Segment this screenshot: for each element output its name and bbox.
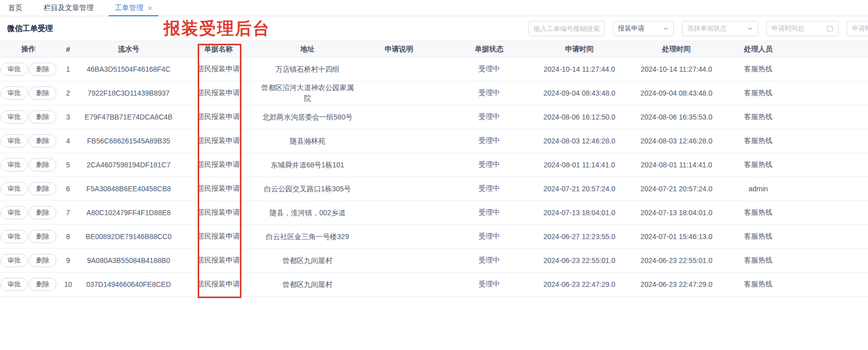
- approve-button[interactable]: 审批: [1, 86, 28, 100]
- app-root: 首页 栏目及文章管理 工单管理 × 微信工单受理 报装申请 选择单据状态 申请时…: [0, 0, 868, 350]
- approve-button[interactable]: 审批: [1, 134, 28, 148]
- toolbar: 微信工单受理 报装申请 选择单据状态 申请时间起 申请时间止: [0, 16, 868, 41]
- calendar-icon: [826, 25, 833, 32]
- approve-button[interactable]: 审批: [1, 158, 28, 171]
- spacer-cell: [786, 129, 868, 153]
- doc-name: 居民报装申请: [178, 57, 259, 81]
- row-index: 8: [57, 225, 79, 249]
- tab-articles-label: 栏目及文章管理: [44, 4, 94, 13]
- serial-number: E79F47BB71E74DCA8C4B: [79, 105, 178, 129]
- col-header-status: 单据状态: [442, 41, 536, 57]
- delete-button[interactable]: 删除: [29, 278, 56, 291]
- apply-time: 2024-07-21 20:57:24.0: [536, 177, 623, 201]
- status: 受理中: [442, 153, 536, 177]
- approve-button[interactable]: 审批: [1, 206, 28, 219]
- address: 白云社区金三角一号楼329: [266, 231, 349, 242]
- tab-articles-management[interactable]: 栏目及文章管理: [38, 0, 100, 16]
- table-header-row: 操作 # 流水号 单据名称 地址 申请说明 单据状态 申请时间 处理时间 处理人…: [0, 41, 868, 57]
- delete-button[interactable]: 删除: [29, 182, 56, 195]
- table-row: 审批删除 3 E79F47BB71E74DCA8C4B 居民报装申请 北郊两水沟…: [0, 105, 868, 129]
- spacer-cell: [786, 249, 868, 273]
- col-header-description: 申请说明: [356, 41, 442, 57]
- delete-button[interactable]: 删除: [29, 230, 56, 243]
- delete-button[interactable]: 删除: [29, 254, 56, 267]
- row-index: 2: [57, 81, 79, 105]
- order-type-select[interactable]: 报装申请: [613, 21, 674, 36]
- serial-number: 2CA4607598194DF181C7: [79, 153, 178, 177]
- status: 受理中: [442, 129, 536, 153]
- description: [356, 201, 442, 225]
- doc-name: 居民报装申请: [178, 81, 259, 105]
- spacer-cell: [786, 201, 868, 225]
- approve-button[interactable]: 审批: [1, 110, 28, 124]
- handle-time: 2024-08-06 16:35:53.0: [623, 105, 730, 129]
- delete-button[interactable]: 删除: [29, 63, 56, 76]
- address-cell: 万店镇石桥村十四组: [259, 57, 356, 81]
- table-row: 审批删除 9 9A080A3B55084B4188B0 居民报装申请 曾都区九间…: [0, 249, 868, 273]
- description: [356, 273, 442, 297]
- approve-button[interactable]: 审批: [1, 254, 28, 267]
- actions-cell: 审批删除: [0, 201, 57, 225]
- apply-time: 2024-06-27 12:23:55.0: [536, 225, 623, 249]
- approve-button[interactable]: 审批: [1, 230, 28, 243]
- approve-button[interactable]: 审批: [1, 182, 28, 195]
- close-icon[interactable]: ×: [148, 4, 152, 12]
- address: 白云公园交叉路口1栋305号: [264, 184, 351, 194]
- serial-number: 46BA3D51504F46168F4C: [79, 57, 178, 81]
- description: [356, 225, 442, 249]
- address: 万店镇石桥村十四组: [275, 64, 339, 75]
- tab-work-orders[interactable]: 工单管理 ×: [109, 0, 159, 16]
- order-search-input[interactable]: [529, 21, 605, 36]
- delete-button[interactable]: 删除: [29, 158, 56, 171]
- address: 东城舜井道68号1栋101: [271, 160, 345, 170]
- col-header-index: #: [57, 41, 79, 57]
- status: 受理中: [442, 273, 536, 297]
- spacer-cell: [786, 57, 868, 81]
- address: 曾都区九间屋村: [283, 255, 332, 266]
- address: 北郊两水沟居委会一组580号: [262, 112, 352, 123]
- date-end-input[interactable]: 申请时间止: [847, 21, 868, 36]
- address-cell: 曾都区九间屋村: [259, 249, 356, 273]
- status-select[interactable]: 选择单据状态: [682, 21, 758, 36]
- actions-cell: 审批删除: [0, 249, 57, 273]
- approve-button[interactable]: 审批: [1, 278, 28, 291]
- status: 受理中: [442, 57, 536, 81]
- row-index: 6: [57, 177, 79, 201]
- row-index: 4: [57, 129, 79, 153]
- handler: 客服热线: [730, 153, 786, 177]
- actions-cell: 审批删除: [0, 153, 57, 177]
- row-index: 3: [57, 105, 79, 129]
- address: 随县，淮河镇，002乡道: [269, 208, 345, 218]
- serial-number: FB56C686261545A89B35: [79, 129, 178, 153]
- delete-button[interactable]: 删除: [29, 134, 56, 148]
- chevron-down-icon: [747, 25, 753, 32]
- date-start-input[interactable]: 申请时间起: [766, 21, 839, 36]
- delete-button[interactable]: 删除: [29, 110, 56, 124]
- spacer-cell: [786, 225, 868, 249]
- address-cell: 随县，淮河镇，002乡道: [259, 201, 356, 225]
- doc-name: 居民报装申请: [178, 177, 259, 201]
- col-header-actions: 操作: [0, 41, 57, 57]
- tab-home-label: 首页: [8, 4, 22, 13]
- status-select-placeholder: 选择单据状态: [687, 24, 727, 33]
- apply-time: 2024-08-06 16:12:50.0: [536, 105, 623, 129]
- approve-button[interactable]: 审批: [1, 63, 28, 76]
- order-type-value: 报装申请: [618, 24, 644, 33]
- apply-time: 2024-10-14 11:27:44.0: [536, 57, 623, 81]
- address-cell: 白云社区金三角一号楼329: [259, 225, 356, 249]
- delete-button[interactable]: 删除: [29, 206, 56, 219]
- address-cell: 白云公园交叉路口1栋305号: [259, 177, 356, 201]
- description: [356, 81, 442, 105]
- address-cell: 北郊两水沟居委会一组580号: [259, 105, 356, 129]
- address: 随县瀚林苑: [290, 136, 325, 147]
- table-row: 审批删除 7 A80C102479FF4F1D88E8 居民报装申请 随县，淮河…: [0, 201, 868, 225]
- doc-name: 居民报装申请: [178, 225, 259, 249]
- tab-home[interactable]: 首页: [2, 0, 28, 16]
- tab-work-orders-label: 工单管理: [115, 4, 143, 13]
- actions-cell: 审批删除: [0, 81, 57, 105]
- apply-time: 2024-06-23 22:47:29.0: [536, 273, 623, 297]
- handler: 客服热线: [730, 57, 786, 81]
- doc-name: 居民报装申请: [178, 129, 259, 153]
- delete-button[interactable]: 删除: [29, 86, 56, 100]
- handle-time: 2024-08-03 12:46:28.0: [623, 129, 730, 153]
